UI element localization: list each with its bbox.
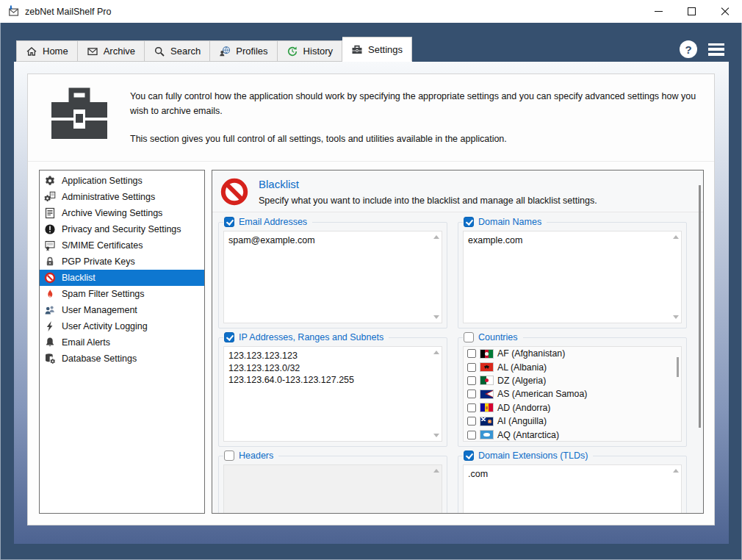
scroll-down-icon[interactable] (433, 315, 439, 319)
tab-home[interactable]: Home (16, 40, 78, 62)
tab-history[interactable]: History (278, 40, 342, 62)
sidebar-item-spam-filter-settings[interactable]: Spam Filter Settings (40, 286, 204, 302)
scroll-up-icon[interactable] (673, 235, 679, 239)
document-view-icon (44, 207, 56, 219)
tlds-checkbox[interactable] (464, 450, 474, 461)
sidebar-item-label: Archive Viewing Settings (62, 208, 162, 218)
country-label: DZ (Algeria) (497, 376, 546, 386)
country-label: AF (Afghanistan) (497, 348, 565, 359)
scroll-down-icon[interactable] (673, 315, 679, 319)
archive-icon (87, 46, 98, 57)
ip-addresses-input[interactable]: 123.123.123.123 123.123.123.0/32 123.123… (224, 347, 442, 441)
prohibition-icon (220, 177, 249, 207)
headers-input[interactable] (224, 465, 442, 514)
maximize-button[interactable] (675, 1, 708, 22)
sidebar-item-label: Privacy and Security Settings (62, 224, 181, 234)
email-addresses-label: Email Addresses (239, 217, 307, 227)
tab-label: Home (43, 46, 68, 57)
blacklist-panel-header: Blacklist Specify what you want to inclu… (212, 170, 703, 212)
tab-label: Settings (368, 44, 403, 55)
scroll-up-icon[interactable] (433, 351, 439, 354)
scroll-down-icon[interactable] (433, 434, 439, 437)
sidebar-item-administrative-settings[interactable]: Administrative Settings (40, 189, 204, 205)
tab-settings[interactable]: Settings (342, 37, 412, 62)
country-checkbox[interactable] (467, 376, 476, 385)
tab-label: Search (170, 46, 201, 57)
country-checkbox[interactable] (467, 403, 476, 412)
home-icon (26, 46, 37, 57)
scroll-up-icon[interactable] (673, 469, 679, 473)
tab-profiles[interactable]: Profiles (210, 40, 277, 62)
blacklist-panel: Blacklist Specify what you want to inclu… (212, 170, 704, 514)
tlds-input[interactable]: .com (464, 465, 681, 514)
countries-label: Countries (478, 332, 518, 342)
email-addresses-group: Email Addresses spam@example.com (218, 222, 447, 329)
panel-description: Specify what you want to include into th… (259, 195, 597, 206)
scroll-up-icon[interactable] (433, 469, 439, 473)
bell-icon (44, 337, 56, 348)
country-row: AQ (Antarctica) (464, 428, 681, 441)
ip-addresses-checkbox[interactable] (224, 332, 234, 342)
headers-label: Headers (239, 450, 273, 461)
tab-search[interactable]: Search (145, 40, 210, 62)
country-label: AL (Albania) (497, 362, 547, 373)
scroll-up-icon[interactable] (433, 235, 439, 239)
domain-names-checkbox[interactable] (464, 217, 474, 227)
flag-ad-icon (480, 403, 493, 412)
history-icon (287, 46, 298, 57)
country-label: AS (American Samoa) (497, 389, 587, 399)
country-checkbox[interactable] (467, 417, 476, 426)
certificate-icon (44, 240, 56, 251)
country-label: AD (Andorra) (497, 403, 550, 413)
minimize-button[interactable] (642, 1, 675, 22)
toolbox-icon (48, 87, 110, 142)
search-icon (154, 46, 165, 57)
country-checkbox[interactable] (467, 390, 476, 398)
sidebar-item-blacklist[interactable]: Blacklist (40, 270, 204, 286)
app-window: zebNet MailShelf Pro HomeArchiveSearchPr… (0, 0, 742, 560)
sidebar-item-s-mime-certificates[interactable]: S/MIME Certificates (40, 237, 204, 254)
country-checkbox[interactable] (467, 349, 476, 358)
flag-as-icon (480, 390, 493, 398)
lock-icon (44, 256, 56, 268)
tab-label: Archive (104, 46, 135, 57)
sidebar-item-privacy-and-security-settings[interactable]: Privacy and Security Settings (40, 221, 204, 237)
domain-names-input[interactable]: example.com (464, 231, 681, 323)
sidebar-item-application-settings[interactable]: Application Settings (40, 173, 204, 189)
country-label: AI (Anguilla) (497, 416, 547, 426)
country-checkbox[interactable] (467, 363, 476, 372)
headers-checkbox[interactable] (224, 450, 234, 461)
title-bar: zebNet MailShelf Pro (0, 0, 742, 23)
country-row: AD (Andorra) (464, 401, 681, 414)
panel-scrollbar-thumb[interactable] (699, 185, 701, 428)
tab-bar: HomeArchiveSearchProfilesHistorySettings (16, 37, 412, 62)
flag-aq-icon (480, 431, 493, 439)
sidebar-item-archive-viewing-settings[interactable]: Archive Viewing Settings (40, 205, 204, 221)
minimize-icon (655, 11, 663, 12)
page-background: You can fully control how the applicatio… (14, 62, 729, 544)
hamburger-icon (708, 43, 724, 46)
gear-document-icon (44, 191, 56, 203)
users-icon (44, 304, 56, 316)
sidebar-item-pgp-private-keys[interactable]: PGP Private Keys (40, 254, 204, 270)
sidebar-item-label: Spam Filter Settings (62, 289, 145, 299)
close-button[interactable] (708, 1, 741, 22)
menu-button[interactable] (708, 43, 724, 56)
flag-al-icon (480, 363, 493, 371)
email-addresses-checkbox[interactable] (224, 217, 234, 227)
email-addresses-input[interactable]: spam@example.com (224, 231, 442, 323)
sidebar-item-user-activity-logging[interactable]: User Activity Logging (40, 318, 204, 334)
flame-icon (44, 288, 56, 300)
tab-archive[interactable]: Archive (78, 40, 145, 62)
country-checkbox[interactable] (467, 431, 476, 439)
intro-paragraph-2: This section gives you full control of a… (130, 132, 696, 146)
help-button[interactable]: ? (680, 40, 697, 58)
sidebar-item-email-alerts[interactable]: Email Alerts (40, 334, 204, 351)
intro-text: You can fully control how the applicatio… (130, 87, 696, 161)
countries-checkbox[interactable] (464, 332, 474, 342)
sidebar-item-user-management[interactable]: User Management (40, 302, 204, 318)
countries-scrollbar-thumb[interactable] (677, 357, 679, 377)
sidebar-item-database-settings[interactable]: Database Settings (40, 351, 204, 367)
tlds-label: Domain Extensions (TLDs) (478, 450, 588, 461)
country-label: AQ (Antarctica) (497, 430, 559, 440)
